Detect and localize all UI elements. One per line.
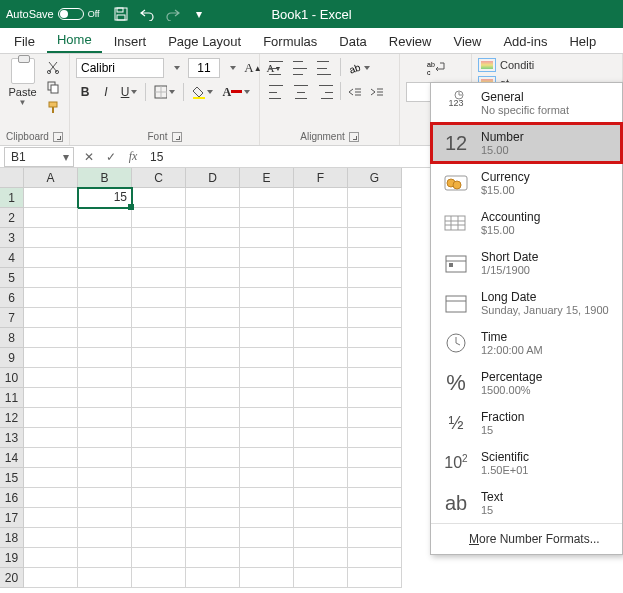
format-option-long-date[interactable]: Long DateSunday, January 15, 1900 xyxy=(431,283,622,323)
cell[interactable] xyxy=(294,288,348,308)
conditional-formatting-button[interactable]: Conditi xyxy=(478,58,616,72)
cell[interactable] xyxy=(24,428,78,448)
wrap-text-icon[interactable]: abc xyxy=(406,58,465,78)
cell[interactable] xyxy=(132,568,186,588)
borders-icon[interactable] xyxy=(151,82,178,102)
cell[interactable] xyxy=(78,288,132,308)
cell[interactable] xyxy=(186,568,240,588)
cell[interactable] xyxy=(78,228,132,248)
cell[interactable] xyxy=(132,268,186,288)
cell[interactable] xyxy=(24,408,78,428)
fill-color-icon[interactable] xyxy=(189,82,216,102)
cell[interactable] xyxy=(132,528,186,548)
cell[interactable] xyxy=(186,248,240,268)
cell[interactable] xyxy=(348,208,402,228)
format-option-number[interactable]: 12Number15.00 xyxy=(431,123,622,163)
cell[interactable] xyxy=(240,568,294,588)
cell[interactable] xyxy=(78,328,132,348)
cell[interactable] xyxy=(132,468,186,488)
cell[interactable] xyxy=(294,348,348,368)
cell[interactable] xyxy=(78,368,132,388)
cell[interactable] xyxy=(132,328,186,348)
cell[interactable] xyxy=(24,348,78,368)
cell[interactable]: 15 xyxy=(78,188,132,208)
cell[interactable] xyxy=(186,328,240,348)
cell[interactable] xyxy=(24,328,78,348)
cell[interactable] xyxy=(240,288,294,308)
row-header[interactable]: 1 xyxy=(0,188,24,208)
cell[interactable] xyxy=(348,348,402,368)
cancel-formula-icon[interactable]: ✕ xyxy=(78,150,100,164)
cell[interactable] xyxy=(294,548,348,568)
cell[interactable] xyxy=(240,408,294,428)
cell[interactable] xyxy=(78,568,132,588)
cell[interactable] xyxy=(240,508,294,528)
alignment-launcher[interactable] xyxy=(349,132,359,142)
cell[interactable] xyxy=(348,508,402,528)
save-icon[interactable] xyxy=(112,5,130,23)
paste-button[interactable]: Paste ▼ xyxy=(6,58,39,116)
cell[interactable] xyxy=(186,468,240,488)
font-size-input[interactable] xyxy=(188,58,220,78)
cell[interactable] xyxy=(348,308,402,328)
cell[interactable] xyxy=(348,408,402,428)
cell[interactable] xyxy=(132,488,186,508)
format-option-time[interactable]: Time12:00:00 AM xyxy=(431,323,622,363)
row-header[interactable]: 18 xyxy=(0,528,24,548)
cell[interactable] xyxy=(294,188,348,208)
cell[interactable] xyxy=(78,208,132,228)
cell[interactable] xyxy=(294,488,348,508)
cut-icon[interactable] xyxy=(43,58,63,76)
format-painter-icon[interactable] xyxy=(43,98,63,116)
cell[interactable] xyxy=(24,368,78,388)
row-header[interactable]: 19 xyxy=(0,548,24,568)
cell[interactable] xyxy=(186,188,240,208)
row-header[interactable]: 3 xyxy=(0,228,24,248)
cell[interactable] xyxy=(186,488,240,508)
cell[interactable] xyxy=(78,428,132,448)
cell[interactable] xyxy=(132,228,186,248)
format-option-text[interactable]: abText15 xyxy=(431,483,622,523)
fx-icon[interactable]: fx xyxy=(122,149,144,164)
cell[interactable] xyxy=(78,548,132,568)
row-header[interactable]: 13 xyxy=(0,428,24,448)
cell[interactable] xyxy=(348,228,402,248)
qat-customize-icon[interactable]: ▾ xyxy=(190,5,208,23)
cell[interactable] xyxy=(78,268,132,288)
cell[interactable] xyxy=(240,208,294,228)
cell[interactable] xyxy=(24,188,78,208)
cell[interactable] xyxy=(24,208,78,228)
cell[interactable] xyxy=(348,188,402,208)
cell[interactable] xyxy=(294,268,348,288)
col-header[interactable]: C xyxy=(132,168,186,188)
font-color-icon[interactable]: A xyxy=(219,82,253,102)
cell[interactable] xyxy=(24,508,78,528)
cell[interactable] xyxy=(132,348,186,368)
cell[interactable] xyxy=(132,428,186,448)
cell[interactable] xyxy=(78,248,132,268)
cell[interactable] xyxy=(24,548,78,568)
cell[interactable] xyxy=(24,308,78,328)
align-bottom-icon[interactable] xyxy=(314,58,336,78)
cell[interactable] xyxy=(24,468,78,488)
cell[interactable] xyxy=(24,568,78,588)
cell[interactable] xyxy=(348,528,402,548)
cell[interactable] xyxy=(132,188,186,208)
cell[interactable] xyxy=(294,308,348,328)
undo-icon[interactable] xyxy=(138,5,156,23)
cell[interactable] xyxy=(348,388,402,408)
cell[interactable] xyxy=(240,228,294,248)
font-size-dd[interactable] xyxy=(223,58,241,78)
cell[interactable] xyxy=(240,348,294,368)
cell[interactable] xyxy=(294,388,348,408)
cell[interactable] xyxy=(186,308,240,328)
cell[interactable] xyxy=(132,548,186,568)
align-center-icon[interactable] xyxy=(290,82,312,102)
row-header[interactable]: 9 xyxy=(0,348,24,368)
row-header[interactable]: 15 xyxy=(0,468,24,488)
cell[interactable] xyxy=(78,488,132,508)
decrease-indent-icon[interactable] xyxy=(345,82,365,102)
name-box[interactable]: B1 ▾ xyxy=(4,147,74,167)
bold-button[interactable]: B xyxy=(76,82,94,102)
align-left-icon[interactable] xyxy=(266,82,288,102)
